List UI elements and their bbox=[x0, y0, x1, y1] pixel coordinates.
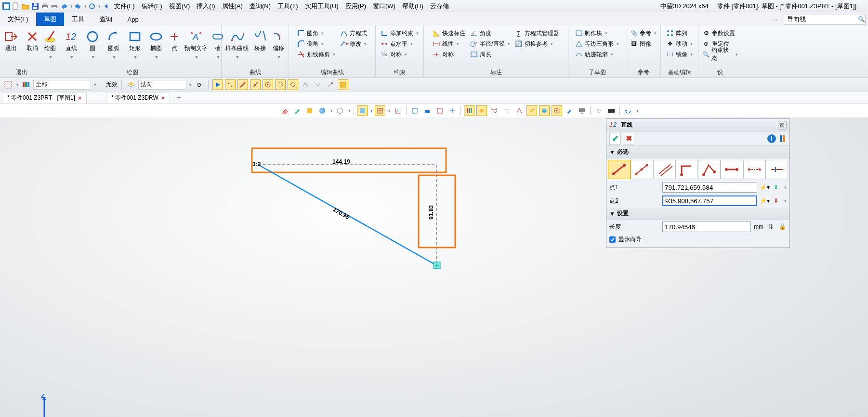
lock-icon[interactable]: 🔓 bbox=[778, 222, 787, 231]
vb-plane2-icon[interactable] bbox=[526, 105, 537, 116]
fillet-button[interactable]: 圆角▾ bbox=[296, 28, 336, 39]
vb-dots-icon[interactable] bbox=[593, 105, 604, 116]
vb-earth-icon[interactable] bbox=[539, 105, 550, 116]
filter-all-input[interactable] bbox=[33, 80, 91, 90]
rect-button[interactable]: 矩形▾ bbox=[125, 30, 145, 60]
vb-plane-icon[interactable] bbox=[357, 105, 368, 116]
point-button[interactable]: 点 bbox=[168, 30, 181, 60]
spline-button[interactable]: 样条曲线▾ bbox=[224, 30, 250, 60]
play-icon[interactable] bbox=[212, 79, 223, 90]
tab-file[interactable]: 文件(F) bbox=[0, 13, 36, 26]
info-icon[interactable]: i bbox=[767, 134, 776, 143]
point-horiz-button[interactable]: 点水平▾ bbox=[380, 39, 420, 49]
vb-grid-icon[interactable] bbox=[375, 105, 385, 116]
circle-button[interactable]: 圆▾ bbox=[83, 30, 102, 60]
vb-dim-icon[interactable]: 12 bbox=[489, 105, 500, 116]
arc-button[interactable]: 圆弧▾ bbox=[104, 30, 123, 60]
save-icon[interactable] bbox=[31, 2, 39, 11]
qb4-icon[interactable] bbox=[263, 79, 273, 90]
switch-param-button[interactable]: 🔄切换参考▾ bbox=[514, 39, 560, 49]
qb6-icon[interactable] bbox=[288, 79, 298, 90]
radius-button[interactable]: 半径/直径▾ bbox=[469, 39, 511, 49]
vb-box-icon[interactable] bbox=[304, 105, 315, 116]
eqtriangle-button[interactable]: 等边三角形▾ bbox=[574, 39, 620, 49]
vb-v1-icon[interactable] bbox=[409, 105, 420, 116]
qb1-icon[interactable] bbox=[225, 79, 236, 90]
p1-drop-icon[interactable]: ⚡▾ bbox=[760, 183, 769, 192]
mode-2[interactable] bbox=[631, 160, 653, 179]
offset-button[interactable]: 偏移▾ bbox=[270, 30, 287, 60]
menu-util[interactable]: 实用工具(U) bbox=[302, 2, 342, 11]
p1-pick-icon[interactable]: ⬇ bbox=[772, 183, 780, 192]
vb-v2-icon[interactable] bbox=[422, 105, 433, 116]
cancel-button[interactable]: 取消 bbox=[23, 30, 42, 52]
pin-icon[interactable] bbox=[778, 134, 787, 143]
trace-button[interactable]: 轨迹轮廓▾ bbox=[574, 49, 620, 60]
qb9-icon[interactable] bbox=[325, 79, 336, 90]
tab-app[interactable]: App bbox=[120, 13, 146, 26]
move-button[interactable]: ✥移动▾ bbox=[665, 39, 694, 49]
vb-cs-icon[interactable] bbox=[514, 105, 525, 116]
qb5-icon[interactable] bbox=[275, 79, 286, 90]
filter1-icon[interactable] bbox=[3, 79, 13, 90]
qb7-icon[interactable] bbox=[300, 79, 311, 90]
collapse-ribbon-icon[interactable]: ︿ bbox=[770, 16, 781, 23]
qb8-icon[interactable] bbox=[313, 79, 323, 90]
vb-pen-icon[interactable] bbox=[564, 105, 575, 116]
p1-input[interactable] bbox=[662, 182, 757, 193]
search-icon[interactable]: 🔍 bbox=[858, 16, 865, 23]
vb-monitor-icon[interactable] bbox=[577, 105, 587, 116]
doc-tab-1[interactable]: * 零件001.Z3PRT - [草图1]× bbox=[2, 92, 87, 104]
menu-cloud[interactable]: 云存储 bbox=[427, 2, 452, 11]
len-spin-icon[interactable]: ⇅ bbox=[766, 222, 775, 231]
p2-drop-icon[interactable]: ⚡▾ bbox=[760, 196, 769, 205]
new-icon[interactable] bbox=[12, 2, 20, 11]
eqmgr-button[interactable]: ∑方程式管理器 bbox=[514, 28, 560, 39]
cancel-x-button[interactable]: ✖ bbox=[623, 133, 634, 144]
exit-button[interactable]: 退出 bbox=[1, 30, 21, 52]
array-button[interactable]: 阵列 bbox=[665, 28, 694, 39]
opt-icon[interactable]: ⊙ bbox=[194, 79, 204, 90]
qb10-icon[interactable] bbox=[338, 79, 348, 90]
menu-window[interactable]: 窗口(W) bbox=[370, 2, 398, 11]
menu-help[interactable]: 帮助(H) bbox=[399, 2, 426, 11]
bridge-button[interactable]: 桥接 bbox=[252, 30, 268, 60]
ellipse-button[interactable]: 椭圆▾ bbox=[146, 30, 166, 60]
vb-rotate-icon[interactable] bbox=[623, 105, 633, 116]
paramset-button[interactable]: ⚙参数设置 bbox=[701, 28, 739, 39]
length-input[interactable] bbox=[662, 222, 751, 232]
vb-dimoff-icon[interactable]: 12 bbox=[501, 105, 512, 116]
chamfer-button[interactable]: 倒角▾ bbox=[296, 39, 336, 49]
vb-wirecube-icon[interactable] bbox=[335, 105, 345, 116]
print2-icon[interactable] bbox=[50, 2, 59, 11]
mode-7[interactable] bbox=[743, 160, 766, 179]
ok-button[interactable]: ✔ bbox=[609, 133, 621, 144]
mode-8[interactable] bbox=[765, 160, 788, 179]
linear-button[interactable]: 线性▾ bbox=[432, 39, 466, 49]
menu-edit[interactable]: 编辑(E) bbox=[139, 2, 165, 11]
mode-5[interactable] bbox=[698, 160, 721, 179]
p2-input[interactable] bbox=[662, 195, 757, 206]
line-button[interactable]: 12直线▾ bbox=[62, 30, 81, 60]
menu-query[interactable]: 查询(N) bbox=[247, 2, 274, 11]
perimeter-button[interactable]: 周长 bbox=[469, 49, 511, 60]
constraint-state-button[interactable]: 🔍约束状态▾ bbox=[701, 49, 739, 60]
image-button[interactable]: 🖼图像 bbox=[629, 39, 658, 49]
refresh-icon[interactable] bbox=[88, 2, 96, 11]
mode-6[interactable] bbox=[721, 160, 743, 179]
vb-axes-icon[interactable] bbox=[393, 105, 403, 116]
normal-input[interactable] bbox=[138, 80, 186, 90]
qb3-icon[interactable] bbox=[250, 79, 261, 90]
add-constraint-button[interactable]: 添加约束▾ bbox=[380, 28, 420, 39]
search-input[interactable] bbox=[784, 14, 866, 25]
new-tab-button[interactable]: + bbox=[172, 92, 186, 104]
menu-view[interactable]: 视图(V) bbox=[166, 2, 193, 11]
close-panel-icon[interactable]: ⊠ bbox=[778, 121, 787, 130]
mirror-button[interactable]: 镜像▾ bbox=[665, 49, 694, 60]
equation-button[interactable]: 方程式 bbox=[339, 28, 368, 39]
menu-tools[interactable]: 工具(T) bbox=[275, 2, 301, 11]
reference-button[interactable]: 📎参考▾ bbox=[629, 28, 658, 39]
vb-bars-icon[interactable] bbox=[464, 105, 474, 116]
mode-3[interactable] bbox=[653, 160, 676, 179]
draw-button[interactable]: 绘图▾ bbox=[40, 30, 60, 60]
